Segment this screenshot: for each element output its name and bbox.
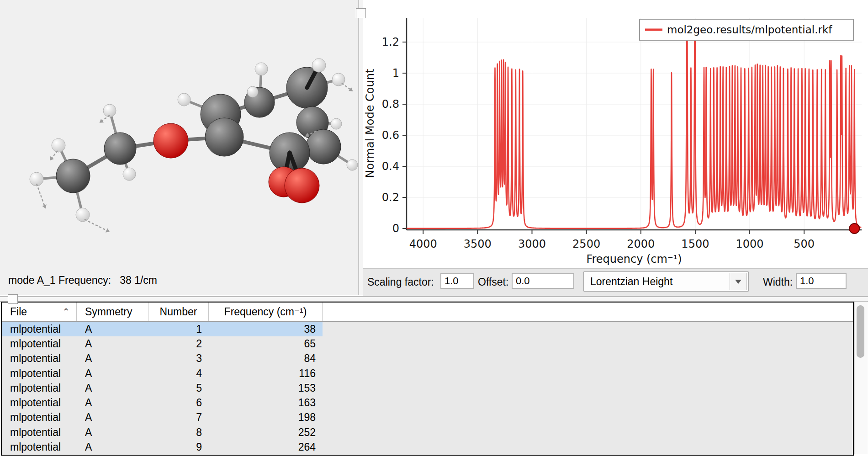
table-cell: mlpotential [2, 381, 77, 395]
table-row[interactable]: mlpotentialA384 [2, 351, 853, 366]
table-row[interactable]: mlpotentialA8252 [2, 425, 853, 440]
table-row[interactable]: mlpotentialA138 [2, 322, 853, 336]
atom-c[interactable] [306, 129, 341, 164]
arrowhead-icon [106, 228, 110, 233]
mode-status-text: mode A_1 Frequency: 38 1/cm [8, 274, 157, 287]
sort-ascending-icon: ⌃ [62, 306, 70, 317]
x-tick-label: 1500 [681, 238, 709, 250]
table-cell: mlpotential [2, 336, 77, 351]
table-cell: mlpotential [2, 410, 77, 425]
table-row[interactable]: mlpotentialA7198 [2, 410, 853, 425]
lineshape-dropdown[interactable]: Lorentzian Height [583, 271, 749, 292]
table-cell: 3 [148, 351, 209, 366]
atom-h[interactable] [76, 208, 90, 222]
width-input[interactable] [796, 273, 847, 289]
y-axis-label: Normal Mode Count [364, 69, 376, 178]
table-scrollbar[interactable] [854, 302, 868, 454]
column-header-frequency[interactable]: Frequency (cm⁻¹) [209, 303, 323, 321]
table-cell: 198 [209, 410, 323, 425]
mode-displacement-arrow [52, 151, 58, 158]
table-cell: mlpotential [2, 351, 77, 366]
table-cell: 6 [148, 395, 209, 410]
x-tick-label: 3000 [518, 238, 546, 250]
table-cell: 2 [148, 336, 209, 351]
selected-mode-marker[interactable] [849, 223, 859, 234]
table-row[interactable]: mlpotentialA265 [2, 336, 853, 351]
table-header-row: File ⌃ Symmetry Number Frequency (cm⁻¹) [2, 303, 853, 322]
table-cell: A [77, 410, 148, 425]
column-header-number[interactable]: Number [148, 303, 209, 321]
table-cell: A [77, 440, 148, 454]
table-row[interactable]: mlpotentialA9264 [2, 440, 853, 454]
table-cell: A [77, 366, 148, 381]
atom-o[interactable] [285, 168, 319, 203]
y-tick-label: 0.4 [382, 160, 399, 173]
table-cell: mlpotential [2, 440, 77, 454]
atom-h[interactable] [312, 58, 326, 72]
table-cell: A [77, 381, 148, 395]
atom-h[interactable] [123, 168, 136, 181]
atom-h[interactable] [52, 138, 65, 152]
table-cell: 84 [209, 351, 323, 366]
table-cell: A [77, 336, 148, 351]
x-tick-label: 3500 [464, 238, 492, 250]
table-row[interactable]: mlpotentialA5153 [2, 381, 853, 395]
table-body: mlpotentialA138mlpotentialA265mlpotentia… [2, 322, 853, 455]
atom-c[interactable] [205, 118, 243, 156]
table-cell: mlpotential [2, 366, 77, 381]
mode-displacement-arrow [342, 83, 350, 89]
chevron-down-icon[interactable] [730, 273, 747, 290]
table-cell: 153 [209, 381, 323, 395]
table-cell: 252 [209, 425, 323, 440]
atom-h[interactable] [255, 63, 268, 75]
atom-h[interactable] [331, 118, 342, 129]
mode-displacement-arrow [85, 219, 106, 230]
horizontal-splitter-handle-icon[interactable] [8, 294, 18, 304]
x-axis-label: Frequency (cm⁻¹) [586, 253, 682, 266]
vertical-splitter-handle-icon[interactable] [356, 8, 366, 18]
y-tick-label: 0.8 [382, 98, 399, 111]
table-cell: 264 [209, 440, 323, 454]
table-cell: 9 [148, 440, 209, 454]
width-label: Width: [763, 276, 793, 288]
table-cell: 5 [148, 381, 209, 395]
legend-label: mol2geo.results/mlpotential.rkf [667, 24, 832, 36]
table-cell: A [77, 395, 148, 410]
table-cell: 1 [148, 322, 209, 336]
molecule-3d-canvas[interactable] [0, 0, 358, 295]
offset-input[interactable] [512, 273, 574, 289]
y-tick-label: 0.2 [382, 191, 399, 204]
table-cell: mlpotential [2, 322, 77, 336]
normal-modes-table: File ⌃ Symmetry Number Frequency (cm⁻¹) … [1, 302, 854, 456]
table-row[interactable]: mlpotentialA6163 [2, 395, 853, 410]
table-cell: 8 [148, 425, 209, 440]
atom-c[interactable] [104, 133, 136, 165]
arrowhead-icon [100, 119, 104, 123]
atom-h[interactable] [103, 104, 116, 117]
table-cell: A [77, 425, 148, 440]
molecule-viewer-panel: mode A_1 Frequency: 38 1/cm [0, 0, 358, 295]
spectrum-plot-panel: 400035003000250020001500100050000.20.40.… [363, 0, 868, 268]
atom-h[interactable] [178, 93, 191, 106]
atom-h[interactable] [247, 86, 258, 97]
y-tick-label: 1 [392, 67, 399, 80]
atom-c[interactable] [56, 159, 90, 193]
spectrum-controls-bar: Scaling factor: Offset: Lorentzian Heigh… [363, 268, 868, 296]
table-row[interactable]: mlpotentialA4116 [2, 366, 853, 381]
column-header-symmetry[interactable]: Symmetry [77, 303, 148, 321]
table-scrollbar-thumb[interactable] [857, 305, 864, 358]
y-tick-label: 0.6 [382, 129, 399, 142]
atom-h[interactable] [347, 159, 358, 170]
atom-o[interactable] [153, 123, 188, 158]
table-cell: 65 [209, 336, 323, 351]
column-header-file[interactable]: File ⌃ [2, 303, 77, 321]
x-tick-label: 4000 [409, 238, 437, 250]
spectrum-plot-canvas[interactable]: 400035003000250020001500100050000.20.40.… [363, 0, 868, 268]
table-cell: 38 [209, 322, 323, 336]
scaling-factor-label: Scaling factor: [367, 276, 434, 288]
table-cell: mlpotential [2, 425, 77, 440]
offset-label: Offset: [478, 276, 508, 288]
x-tick-label: 1000 [736, 238, 764, 250]
table-cell: A [77, 322, 148, 336]
scaling-factor-input[interactable] [440, 273, 474, 289]
